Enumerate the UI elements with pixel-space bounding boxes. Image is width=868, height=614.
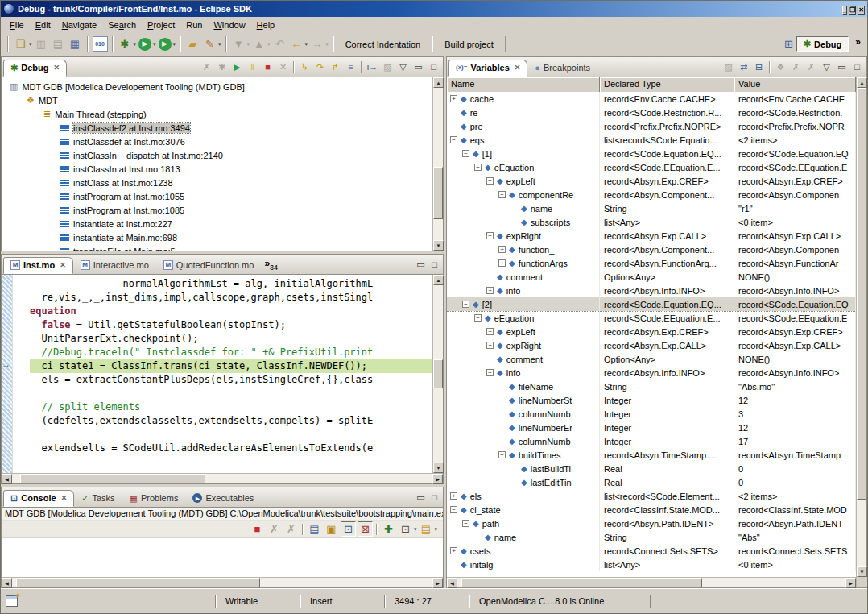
stack-frame-row[interactable]: instClassdef at Inst.mo:3076 — [2, 135, 432, 148]
variable-row[interactable]: −◆expRightrecord<Absyn.Exp.CALL>record<A… — [447, 229, 856, 243]
collapse-icon[interactable]: − — [462, 520, 469, 527]
dropdown-arrow-icon[interactable]: ▾ — [218, 41, 221, 48]
variable-row[interactable]: −◆expLeftrecord<Absyn.Exp.CREF>record<Ab… — [447, 174, 856, 188]
editor-vertical-scrollbar[interactable]: ▲ ▼ — [432, 275, 443, 473]
stack-frame-row[interactable]: instProgram at Inst.mo:1055 — [2, 189, 432, 203]
expand-icon[interactable]: + — [486, 328, 494, 335]
remove-terminated-icon[interactable]: ✗ — [200, 60, 213, 74]
stack-frame-row[interactable]: instClassIn at Inst.mo:1813 — [2, 162, 432, 176]
debug-launch-tree[interactable]: ▥MDT GDB [Modelica Developement Tooling … — [2, 77, 432, 251]
variable-row[interactable]: ◆subscriptslist<Any><0 item> — [447, 215, 856, 229]
stack-frame-row[interactable]: instClassdef2 at Inst.mo:3494 — [2, 121, 432, 135]
expand-icon[interactable]: + — [486, 287, 494, 294]
expand-icon[interactable]: + — [450, 492, 457, 500]
menu-search[interactable]: Search — [102, 19, 142, 31]
external-tools-icon[interactable]: ▶ — [159, 38, 172, 51]
save-icon[interactable]: ▥ — [34, 36, 49, 52]
drop-to-frame-icon[interactable]: ≡ — [344, 60, 358, 74]
variables-table[interactable]: +◆cacherecord<Env.Cache.CACHE>record<Env… — [447, 92, 856, 577]
variable-row[interactable]: ◆nameString"Abs" — [447, 530, 856, 544]
toolbar-button-correct-indentation[interactable]: Correct Indentation — [337, 37, 429, 52]
variable-row[interactable]: −◆componentRerecord<Absyn.Component...re… — [447, 188, 856, 201]
editor-tab-quotedfunction-mo[interactable]: MQuotedFunction.mo — [156, 257, 262, 274]
search-icon[interactable]: ✎ — [202, 36, 217, 52]
collapse-icon[interactable]: − — [474, 314, 482, 322]
variable-row[interactable]: ◆initalglist<Any><0 item> — [447, 558, 856, 571]
tab-tasks[interactable]: ✓Tasks — [74, 490, 122, 507]
column-header-declared-type[interactable]: Declared Type — [600, 77, 734, 92]
collapse-icon[interactable]: − — [486, 232, 494, 239]
scroll-thumb[interactable] — [461, 578, 702, 587]
scroll-up-icon[interactable]: ▲ — [857, 77, 867, 88]
use-step-filters-icon[interactable]: i→ — [366, 60, 379, 74]
scroll-up-icon[interactable]: ▲ — [433, 275, 444, 285]
more-editors-indicator[interactable]: »34 — [264, 258, 278, 272]
expand-icon[interactable]: + — [486, 342, 494, 349]
open-console-icon[interactable]: ▤ — [418, 521, 433, 537]
show-stderr-icon[interactable]: ⊠ — [358, 521, 373, 537]
variable-row[interactable]: +◆expRightrecord<Absyn.Exp.CALL>record<A… — [447, 338, 856, 352]
console-horizontal-scrollbar[interactable]: ◀ ▶ — [2, 577, 443, 587]
variables-horizontal-scrollbar[interactable]: ◀ ▶ — [447, 577, 856, 587]
editor-tab-inst-mo[interactable]: MInst.mo✕ — [3, 257, 73, 274]
minimize-icon[interactable]: ▭ — [835, 60, 849, 74]
variable-row[interactable]: ◆columnNumbInteger3 — [447, 407, 856, 421]
display-console-icon[interactable]: ⊡ — [398, 521, 413, 537]
close-icon[interactable]: ✕ — [61, 494, 68, 502]
tab-debug[interactable]: ✱ Debug ✕ — [3, 60, 67, 77]
annotation-ruler[interactable]: → — [2, 275, 12, 473]
toolbar-button-build-project[interactable]: Build project — [436, 37, 502, 52]
expand-icon[interactable]: + — [498, 259, 506, 267]
maximize-icon[interactable]: □ — [428, 491, 441, 504]
collapse-icon[interactable]: − — [462, 150, 469, 157]
maximize-button[interactable]: ❐ — [849, 6, 856, 15]
collapse-icon[interactable]: − — [486, 177, 494, 185]
dropdown-arrow-icon[interactable]: ▾ — [29, 41, 32, 48]
variable-row[interactable]: ◆columnNumbInteger17 — [447, 434, 856, 448]
minimize-icon[interactable]: ▭ — [411, 60, 425, 74]
close-button[interactable]: ✕ — [858, 6, 865, 15]
editor-tab-interactive-mo[interactable]: MInteractive.mo — [73, 257, 156, 274]
menu-window[interactable]: Window — [208, 19, 250, 31]
perspective-debug-button[interactable]: ✱Debug — [796, 36, 849, 52]
tab-problems[interactable]: ▦Problems — [122, 490, 186, 507]
print-icon[interactable]: ▦ — [68, 36, 83, 52]
stack-frame-row[interactable]: instProgram at Inst.mo:1085 — [2, 203, 432, 217]
collapse-icon[interactable]: − — [486, 369, 494, 376]
scroll-down-icon[interactable]: ▼ — [433, 463, 444, 473]
maximize-icon[interactable]: □ — [427, 60, 440, 74]
scroll-right-icon[interactable]: ▶ — [432, 474, 443, 484]
scroll-right-icon[interactable]: ▶ — [432, 578, 443, 588]
collapse-icon[interactable]: − — [498, 191, 506, 198]
debug-tree-row[interactable]: ≣Main Thread (stepping) — [2, 107, 432, 121]
menu-run[interactable]: Run — [180, 19, 208, 31]
step-return-icon[interactable]: ↱ — [329, 60, 342, 74]
remove-launch-icon[interactable]: ✗ — [267, 521, 282, 537]
dropdown-arrow-icon[interactable]: ▾ — [247, 41, 250, 48]
minimize-icon[interactable]: ▭ — [414, 258, 428, 272]
dropdown-arrow-icon[interactable]: ▾ — [134, 41, 137, 48]
variable-row[interactable]: −◆inforecord<Absyn.Info.INFO>record<Absy… — [447, 366, 856, 380]
mdt-build-icon[interactable]: 010 — [93, 36, 108, 52]
scroll-right-icon[interactable]: ▶ — [845, 578, 856, 588]
collapse-icon[interactable]: − — [474, 164, 482, 171]
expand-icon[interactable]: + — [450, 547, 457, 554]
variable-row[interactable]: −◆[2]record<SCode.Equation.EQ...record<S… — [447, 297, 856, 311]
debug-vertical-scrollbar[interactable]: ▲ ▼ — [432, 77, 443, 251]
dropdown-arrow-icon[interactable]: ▾ — [414, 526, 417, 533]
scroll-down-icon[interactable]: ▼ — [857, 566, 867, 577]
dropdown-arrow-icon[interactable]: ▾ — [267, 41, 271, 48]
variable-row[interactable]: −◆buildTimesrecord<Absyn.TimeStamp....re… — [447, 448, 856, 462]
scroll-thumb[interactable] — [16, 578, 260, 587]
scroll-left-icon[interactable]: ◀ — [2, 474, 12, 484]
variable-row[interactable]: +◆cacherecord<Env.Cache.CACHE>record<Env… — [447, 92, 856, 106]
dropdown-arrow-icon[interactable]: ▾ — [325, 41, 329, 48]
variables-vertical-scrollbar[interactable]: ▲ ▼ — [856, 77, 866, 587]
variable-row[interactable]: +◆csetsrecord<Connect.Sets.SETS>record<C… — [447, 544, 856, 558]
next-annotation-icon[interactable]: ▼ — [231, 36, 246, 52]
variable-row[interactable]: ◆rerecord<SCode.Restriction.R...record<S… — [447, 106, 856, 119]
open-resource-icon[interactable]: ▰ — [185, 36, 200, 52]
debug-view-action-icon[interactable]: ▨ — [381, 60, 395, 74]
variable-row[interactable]: −◆ci_staterecord<ClassInf.State.MOD...re… — [447, 503, 856, 517]
variable-row[interactable]: +◆functionArgsrecord<Absyn.FunctionArg..… — [447, 256, 856, 270]
